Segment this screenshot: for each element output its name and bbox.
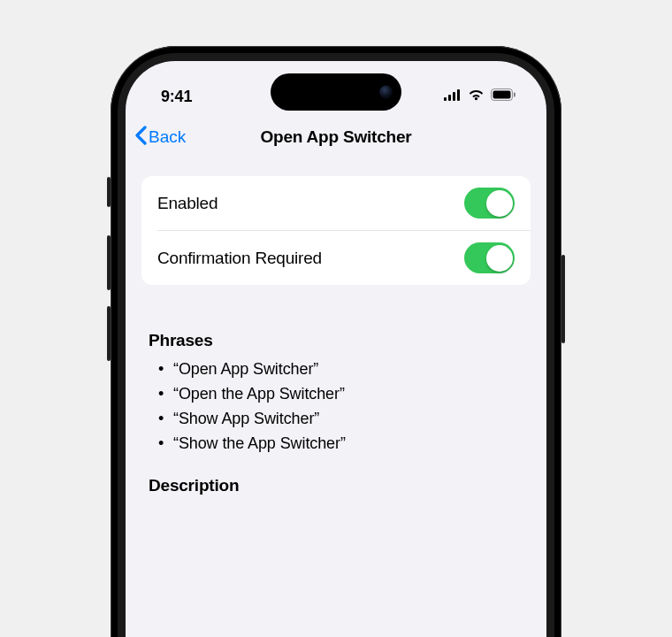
phrase-item: “Show the App Switcher” [173, 432, 531, 457]
phrase-item: “Open the App Switcher” [173, 382, 531, 407]
phrases-header: Phrases [149, 331, 531, 350]
svg-rect-5 [493, 91, 511, 99]
back-button[interactable]: Back [134, 116, 186, 158]
chevron-left-icon [134, 126, 147, 150]
phrase-item: “Open App Switcher” [173, 357, 531, 382]
svg-rect-1 [448, 95, 451, 101]
row-label-confirmation: Confirmation Required [157, 249, 322, 268]
power-button [561, 255, 565, 343]
svg-rect-3 [457, 89, 460, 101]
switch-enabled[interactable] [464, 188, 515, 219]
toggle-group: Enabled Confirmation Required [141, 176, 531, 285]
switch-knob [486, 245, 513, 272]
wifi-icon [468, 88, 485, 104]
switch-confirmation[interactable] [464, 242, 515, 273]
svg-rect-6 [514, 93, 515, 97]
phrase-item: “Show App Switcher” [173, 407, 531, 432]
screen: 9:41 Bac [126, 61, 546, 637]
svg-rect-2 [453, 92, 455, 101]
description-header: Description [149, 476, 531, 495]
back-label: Back [149, 127, 186, 147]
battery-icon [491, 88, 516, 104]
cellular-icon [444, 88, 462, 104]
dynamic-island [271, 73, 401, 111]
row-enabled: Enabled [141, 176, 531, 230]
silence-switch [107, 177, 111, 207]
svg-rect-0 [444, 97, 447, 101]
row-confirmation: Confirmation Required [157, 230, 531, 285]
status-indicators [444, 88, 516, 104]
row-label-enabled: Enabled [157, 194, 218, 213]
phone-frame: 9:41 Bac [111, 46, 561, 637]
content: Enabled Confirmation Required Phrases [126, 158, 546, 495]
volume-down-button [107, 306, 111, 361]
page-title: Open App Switcher [260, 127, 411, 147]
phrases-list: “Open App Switcher” “Open the App Switch… [141, 357, 531, 457]
front-camera [379, 86, 393, 99]
volume-up-button [107, 235, 111, 290]
phone-bezel: 9:41 Bac [118, 53, 554, 637]
status-time: 9:41 [161, 88, 192, 106]
switch-knob [486, 190, 513, 217]
